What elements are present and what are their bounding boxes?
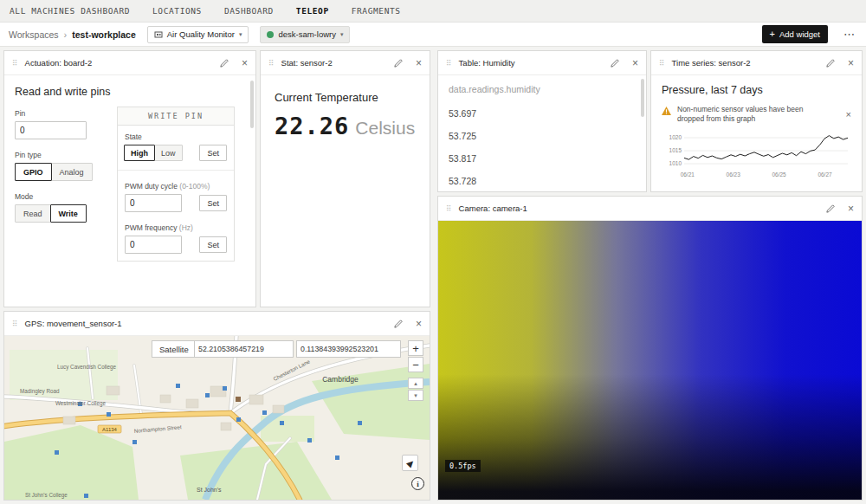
table-column-header: data.readings.humidity	[449, 82, 636, 102]
machine-selector[interactable]: Air Quality Monitor ▾	[147, 26, 249, 43]
widget-stat: ⠿ Stat: sensor-2 × Current Temperature 2…	[260, 50, 430, 307]
close-widget-icon[interactable]: ×	[848, 203, 854, 215]
edit-widget-icon[interactable]	[220, 59, 229, 68]
breadcrumb-separator-icon: ›	[64, 29, 68, 40]
edit-widget-icon[interactable]	[394, 59, 403, 68]
drag-handle-icon[interactable]: ⠿	[446, 204, 452, 213]
widget-table: ⠿ Table: Humidity × data.readings.humidi…	[437, 50, 647, 192]
close-widget-icon[interactable]: ×	[416, 57, 422, 69]
nav-item-dashboard[interactable]: DASHBOARD	[224, 6, 274, 16]
map-label-cambridge: Cambridge	[322, 375, 359, 384]
pwm-duty-input[interactable]	[125, 194, 182, 212]
breadcrumb-current: test-workplace	[72, 29, 136, 40]
plus-icon: +	[770, 29, 775, 39]
pwm-duty-set-button[interactable]: Set	[199, 195, 227, 211]
state-low-button[interactable]: Low	[154, 145, 183, 161]
mode-write-button[interactable]: Write	[50, 204, 87, 223]
warning-icon	[662, 107, 671, 115]
map-canvas[interactable]: Lucy Cavendish College Westminster Colle…	[4, 336, 430, 500]
map-label-st-johns-college: St John's College	[25, 492, 68, 499]
zoom-out-button[interactable]: −	[408, 357, 423, 372]
widget-header: ⠿ Actuation: board-2 ×	[4, 51, 255, 75]
write-pin-panel: WRITE PIN State High Low Set PWM duty cy…	[117, 107, 235, 262]
breadcrumb-workspaces[interactable]: Workspaces	[9, 29, 59, 40]
pwm-frequency-label: PWM frequency (Hz)	[125, 223, 227, 232]
add-widget-label: Add widget	[779, 29, 820, 39]
stat-value: 22.26	[275, 113, 349, 139]
map-info-button[interactable]: i	[411, 477, 424, 490]
widget-title: Table: Humidity	[459, 58, 515, 68]
more-menu-icon[interactable]: ⋯	[841, 28, 857, 41]
map-label-a1134: A1134	[102, 427, 118, 432]
svg-text:06/27: 06/27	[818, 171, 832, 178]
nav-item-locations[interactable]: LOCATIONS	[152, 6, 202, 16]
pin-type-gpio-button[interactable]: GPIO	[15, 163, 52, 181]
mode-read-button[interactable]: Read	[15, 204, 51, 223]
drag-handle-icon[interactable]: ⠿	[268, 59, 275, 68]
longitude-input[interactable]	[296, 340, 401, 358]
state-high-button[interactable]: High	[124, 145, 155, 161]
table-row: 53.817	[449, 147, 636, 170]
part-selector[interactable]: desk-sam-lowry ▾	[260, 26, 350, 43]
map-label-madingley-road: Madingley Road	[20, 388, 60, 395]
state-set-button[interactable]: Set	[199, 145, 227, 161]
timeseries-chart: 10101015102006/2106/2306/2506/27	[662, 128, 853, 180]
drag-handle-icon[interactable]: ⠿	[659, 59, 665, 68]
part-selector-label: desk-sam-lowry	[278, 29, 336, 39]
warning-banner: Non-numeric sensor values have been drop…	[662, 105, 851, 125]
edit-widget-icon[interactable]	[394, 320, 403, 328]
machine-icon	[154, 30, 163, 39]
edit-widget-icon[interactable]	[826, 59, 835, 68]
svg-text:06/21: 06/21	[681, 171, 695, 178]
divider	[118, 170, 234, 171]
pan-down-button[interactable]: ▾	[408, 390, 423, 401]
warning-close-icon[interactable]: ×	[846, 109, 851, 120]
table-row: 53.725	[449, 125, 636, 147]
close-widget-icon[interactable]: ×	[242, 57, 248, 69]
drag-handle-icon[interactable]: ⠿	[12, 320, 18, 328]
satellite-toggle-button[interactable]: Satellite	[152, 340, 197, 358]
close-widget-icon[interactable]: ×	[416, 318, 422, 330]
edit-widget-icon[interactable]	[826, 204, 835, 213]
state-label: State	[125, 132, 227, 141]
drag-handle-icon[interactable]: ⠿	[446, 59, 452, 68]
widget-actuation: ⠿ Actuation: board-2 × Read and write pi…	[3, 50, 256, 307]
warning-text: Non-numeric sensor values have been drop…	[677, 105, 823, 125]
latitude-input[interactable]	[194, 340, 294, 358]
widget-title: Time series: sensor-2	[672, 58, 751, 68]
widget-header: ⠿ Stat: sensor-2 ×	[261, 51, 430, 75]
actuation-heading: Read and write pins	[15, 86, 245, 98]
svg-text:1020: 1020	[669, 134, 682, 140]
widget-header: ⠿ Camera: camera-1 ×	[438, 197, 862, 221]
widget-title: Stat: sensor-2	[281, 58, 333, 68]
widget-header: ⠿ Table: Humidity ×	[438, 51, 646, 75]
widget-header: ⠿ GPS: movement_sensor-1 ×	[4, 312, 430, 336]
workspace-toolbar: Workspaces › test-workplace Air Quality …	[0, 23, 866, 47]
widget-timeseries: ⠿ Time series: sensor-2 × Pressure, last…	[650, 50, 863, 192]
widget-gps: ⠿ GPS: movement_sensor-1 ×	[3, 311, 430, 501]
navigation-arrow-icon: ▶	[404, 457, 416, 468]
widget-header: ⠿ Time series: sensor-2 ×	[651, 51, 862, 75]
edit-widget-icon[interactable]	[611, 59, 619, 68]
pan-up-button[interactable]: ▴	[408, 378, 423, 389]
close-widget-icon[interactable]: ×	[848, 57, 854, 69]
map-label-westminster: Westminster College	[55, 400, 106, 407]
pwm-frequency-input[interactable]	[125, 236, 182, 254]
widget-title: Actuation: board-2	[25, 58, 93, 68]
pwm-frequency-set-button[interactable]: Set	[199, 236, 227, 253]
add-widget-button[interactable]: + Add widget	[762, 25, 828, 43]
map-label-lucy-cavendish: Lucy Cavendish College	[57, 364, 116, 371]
nav-item-teleop[interactable]: TELEOP	[296, 6, 329, 16]
close-widget-icon[interactable]: ×	[632, 57, 638, 69]
pin-input[interactable]	[15, 121, 87, 139]
nav-item-fragments[interactable]: FRAGMENTS	[352, 6, 401, 16]
pin-type-analog-button[interactable]: Analog	[51, 163, 93, 181]
drag-handle-icon[interactable]: ⠿	[12, 59, 18, 68]
widget-title: Camera: camera-1	[459, 204, 527, 213]
scrollbar[interactable]	[641, 79, 644, 117]
zoom-in-button[interactable]: +	[408, 340, 423, 356]
scrollbar[interactable]	[250, 81, 254, 128]
locate-button[interactable]: ▶	[402, 455, 418, 471]
nav-item-all-machines-dashboard[interactable]: ALL MACHINES DASHBOARD	[10, 6, 130, 16]
table-row: 53.697	[449, 102, 636, 125]
